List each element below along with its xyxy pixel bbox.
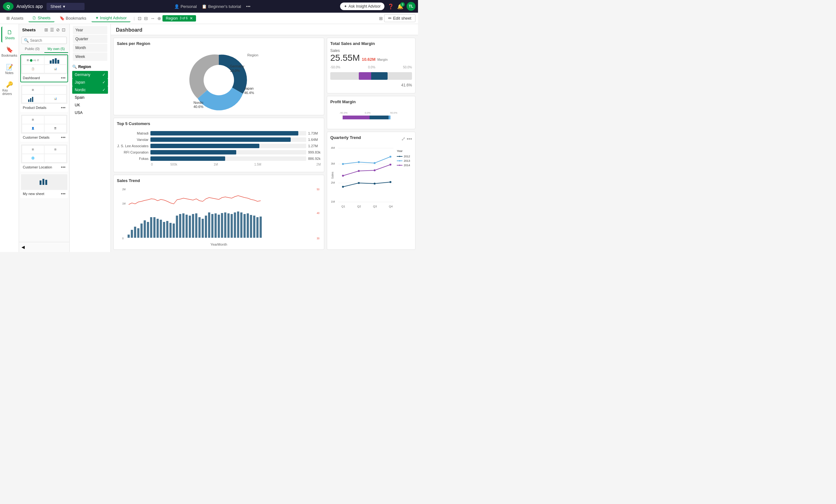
sales-trend-chart: 2M 1M 0 50 40 30 [117,186,321,243]
insight-advisor-tab[interactable]: ✦Insight Advisor [92,14,131,22]
svg-point-94 [390,156,392,158]
svg-text:1M: 1M [331,200,335,203]
svg-text:Q2: Q2 [357,205,361,208]
collapse-sidebar-button[interactable]: ◀ [19,242,69,252]
drilldown-quarter[interactable]: Quarter [73,35,107,43]
sheet-menu-product[interactable]: ••• [61,105,65,110]
svg-rect-71 [343,116,369,119]
sidebar-item-sheets[interactable]: 🗋 Sheets [1,26,18,42]
svg-point-98 [390,164,392,166]
sheet-preview-location: 🖹 🖹 🌐 [21,144,68,163]
notification-icon[interactable]: 🔔3 [397,3,403,9]
avatar[interactable]: TL [406,2,416,11]
svg-rect-11 [45,180,47,185]
sheet-card-location[interactable]: 🖹 🖹 🌐 Customer Location ••• [20,144,68,172]
sheet-card-customer[interactable]: 🖹 👤 ☰ Customer Details ••• [20,114,68,142]
total-sales-card: Total Sales and Margin Sales 25.55M 10.6… [327,38,416,93]
filter-view-button[interactable]: ⊘ [55,26,60,33]
key-drivers-icon: 🔑 [6,81,13,88]
public-tab[interactable]: Public (0) [20,45,44,53]
chart-menu-button[interactable]: ••• [406,136,412,142]
sheet-card-dashboard[interactable]: 🖹⬤#1⏱ 📋 📊 Dashboard [20,55,68,82]
grid-view-button[interactable]: ⊞ [44,26,49,33]
sheets-search-input[interactable] [30,38,64,43]
svg-text:Year: Year [397,150,402,153]
region-item-spain[interactable]: Spain [72,94,108,101]
personal-link[interactable]: 👤 Personal [174,4,197,9]
expand-chart-button[interactable]: ⤢ [401,136,405,142]
sidebar-item-bookmarks[interactable]: 🔖 Bookmarks [1,44,18,60]
search-icon: 🔍 [24,38,29,43]
sheets-panel-title: Sheets [22,27,36,32]
sidebar-item-key-drivers[interactable]: 🔑 Key drivers [1,78,18,98]
left-sidebar: 🗋 Sheets 🔖 Bookmarks 📝 Notes 🔑 Key drive… [0,24,19,252]
svg-text:Q: Q [7,4,10,9]
sheet-name-product: Product Details [23,106,46,110]
sheet-menu-location[interactable]: ••• [61,164,65,170]
assets-tab[interactable]: ⊞Assets [2,15,27,22]
region-item-japan[interactable]: Japan ✓ [72,78,108,86]
svg-rect-45 [189,216,191,238]
search-small-icon: 🔍 [72,64,77,69]
sheets-tab[interactable]: 🗋Sheets [28,14,54,22]
drilldown-items: Year Quarter Month Week [73,26,107,61]
bookmarks-icon: 🔖 [6,46,13,53]
svg-rect-31 [144,220,146,238]
sheet-menu-dashboard[interactable]: ••• [61,75,65,80]
drilldown-year[interactable]: Year [73,26,107,34]
svg-rect-39 [169,223,172,238]
region-item-uk[interactable]: UK [72,101,108,109]
app-name: Analytics app [17,4,43,9]
region-item-usa[interactable]: USA [72,109,108,116]
drilldown-month[interactable]: Month [73,44,107,52]
sales-label: Sales [330,49,387,53]
svg-rect-27 [131,230,133,238]
svg-rect-9 [40,180,41,185]
quarterly-trend-card: Quarterly Trend ⤢ ••• 4M 3M 2M 1M [327,132,416,250]
help-icon[interactable]: ❓ [387,3,394,9]
svg-point-12 [204,65,234,95]
sheet-card-product[interactable]: 🖹 📊 Product Details ••• [20,84,68,112]
ask-insight-button[interactable]: ✦ Ask Insight Advisor [340,2,384,10]
svg-point-95 [342,175,344,177]
sheet-name-location: Customer Location [23,165,52,169]
sheets-icon: 🗋 [7,29,13,36]
edit-sheet-button[interactable]: ✏ Edit sheet [384,14,416,22]
svg-text:30: 30 [317,236,320,240]
svg-rect-41 [176,216,178,238]
app-logo: Q [2,2,14,11]
region-filter-header: 🔍 Region [72,64,108,69]
bookmarks-tab[interactable]: 🔖Bookmarks [56,15,90,22]
region-item-nordic[interactable]: Nordic ✓ [72,86,108,94]
region-item-germany[interactable]: Germany ✓ [72,71,108,78]
svg-text:50: 50 [317,188,320,191]
sheet-footer-new: My new sheet ••• [21,190,68,197]
svg-rect-65 [253,216,255,238]
svg-text:Nordic: Nordic [193,101,204,104]
list-view-button[interactable]: ☰ [50,26,55,33]
svg-point-96 [358,170,360,172]
svg-text:Q3: Q3 [373,205,377,208]
quarterly-trend-title: Quarterly Trend [330,135,361,140]
region-filter-badge[interactable]: Region 3 of 6 ✕ [163,15,196,21]
insight-icon: ✦ [344,4,347,8]
sheets-search-box[interactable]: 🔍 [21,37,67,44]
svg-rect-51 [208,212,210,238]
expand-button[interactable]: ⊡ [61,26,66,33]
drilldown-week[interactable]: Week [73,53,107,61]
bar-item-0: Matradi 1.73M [117,131,321,136]
sheets-tabs: Public (0) My own (5) [20,45,68,53]
svg-rect-49 [202,219,204,238]
sheet-name-new: My new sheet [23,192,44,196]
dashboard-title: Dashboard [111,24,418,35]
svg-rect-32 [147,222,149,238]
sheet-card-new[interactable]: My new sheet ••• [20,174,68,198]
myown-tab[interactable]: My own (5) [44,45,69,53]
svg-text:50.0%: 50.0% [390,112,397,114]
tutorial-link[interactable]: 📋 Beginner's tutorial [202,4,241,9]
sheet-menu-new[interactable]: ••• [61,191,65,196]
sidebar-item-notes[interactable]: 📝 Notes [1,61,18,77]
sheet-menu-customer[interactable]: ••• [61,135,65,140]
sheet-footer-customer: Customer Details ••• [21,134,68,141]
sheet-dropdown[interactable]: Sheet ▾ [46,3,84,10]
